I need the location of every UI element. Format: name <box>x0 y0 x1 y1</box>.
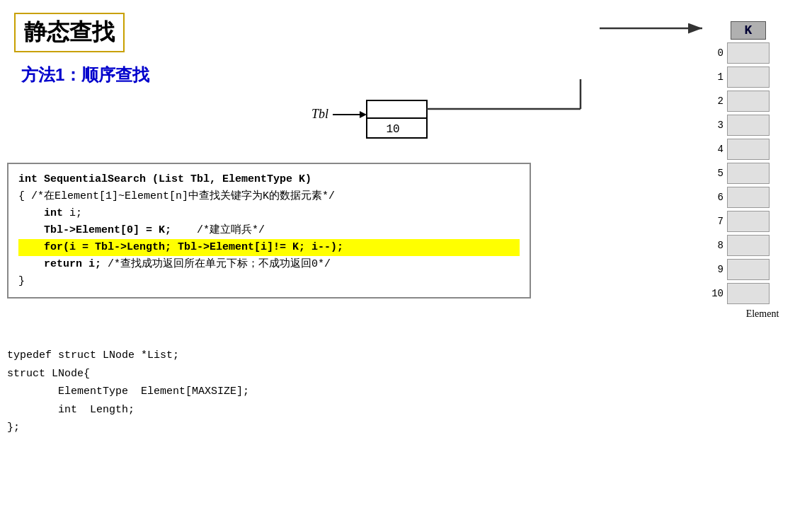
code-line-2: { /*在Element[1]~Element[n]中查找关键字为K的数据元素*… <box>18 188 520 205</box>
cell-6 <box>727 187 770 208</box>
cell-10 <box>727 283 770 304</box>
cell-8 <box>727 235 770 256</box>
array-header: K <box>731 21 798 40</box>
main-container: 静态查找 方法1：顺序查找 K 0 1 <box>0 0 812 510</box>
cell-4 <box>727 139 770 160</box>
index-8: 8 <box>706 240 727 251</box>
code-line-5-highlight: for(i = Tbl->Length; Tbl->Element[i]!= K… <box>18 239 520 256</box>
code-comment-3: /*查找成功返回所在单元下标；不成功返回0*/ <box>108 258 331 270</box>
tbl-diagram: Tbl 10 <box>311 79 722 153</box>
code-line-1: int SequentialSearch (List Tbl, ElementT… <box>18 171 520 188</box>
cell-9 <box>727 259 770 280</box>
code-below-wrapper: typedef struct LNode *List; struct LNode… <box>7 347 249 437</box>
index-9: 9 <box>706 264 727 275</box>
code-comment-1: /*在Element[1]~Element[n]中查找关键字为K的数据元素*/ <box>31 190 335 202</box>
tbl-diagram-svg: Tbl 10 <box>311 79 722 150</box>
k-label: K <box>731 21 766 40</box>
code-for-loop: for(i = Tbl->Length; Tbl->Element[i]!= K… <box>44 241 343 253</box>
svg-text:10: 10 <box>386 123 399 136</box>
keyword-int2: int <box>44 207 63 219</box>
code-line-3: int i; <box>18 205 520 222</box>
cell-7 <box>727 211 770 232</box>
code-line-7: } <box>18 273 520 290</box>
array-row-8: 8 <box>706 233 798 257</box>
index-0: 0 <box>706 47 727 59</box>
array-panel: K 0 1 2 3 4 5 <box>706 21 798 320</box>
array-row-6: 6 <box>706 185 798 209</box>
cell-1 <box>727 66 770 88</box>
index-6: 6 <box>706 192 727 203</box>
index-7: 7 <box>706 216 727 227</box>
array-row-9: 9 <box>706 257 798 282</box>
cell-0 <box>727 42 770 64</box>
index-10: 10 <box>706 288 727 299</box>
array-row-5: 5 <box>706 161 798 185</box>
code-comment-2: /*建立哨兵*/ <box>197 224 265 236</box>
code-block: int SequentialSearch (List Tbl, ElementT… <box>7 163 531 299</box>
cell-2 <box>727 91 770 112</box>
svg-rect-5 <box>367 100 427 118</box>
code-fn-sig: SequentialSearch (List Tbl, ElementType … <box>38 173 311 185</box>
code-return: return i; <box>44 258 101 270</box>
code-below: typedef struct LNode *List; struct LNode… <box>7 347 249 437</box>
svg-marker-4 <box>360 111 367 118</box>
page-title: 静态查找 <box>14 13 125 52</box>
array-row-10: 10 <box>706 282 798 306</box>
keyword-int: int <box>18 173 38 185</box>
code-tbl-element: Tbl->Element[0] = K; <box>44 224 171 236</box>
svg-text:Tbl: Tbl <box>311 107 328 121</box>
array-row-7: 7 <box>706 209 798 233</box>
array-row-0: 0 <box>706 41 798 65</box>
index-5: 5 <box>706 168 727 179</box>
cell-5 <box>727 163 770 184</box>
code-line-6: return i; /*查找成功返回所在单元下标；不成功返回0*/ <box>18 256 520 273</box>
element-label: Element <box>727 308 798 320</box>
code-line-4: Tbl->Element[0] = K; /*建立哨兵*/ <box>18 222 520 239</box>
cell-3 <box>727 115 770 136</box>
code-block-wrapper: int SequentialSearch (List Tbl, ElementT… <box>7 163 531 311</box>
